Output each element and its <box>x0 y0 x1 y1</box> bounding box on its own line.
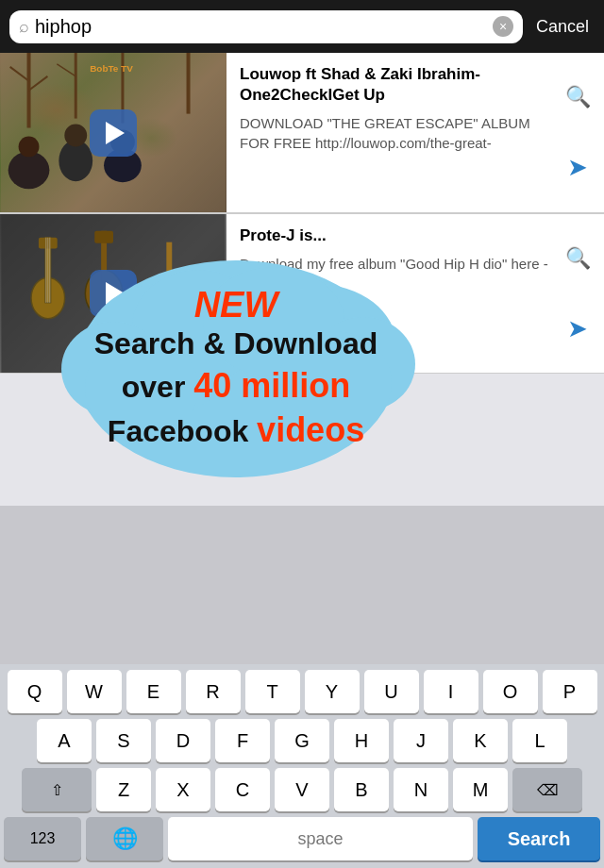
promo-40m: 40 million <box>193 366 350 405</box>
key-B[interactable]: B <box>334 768 389 811</box>
promo-videos: videos <box>257 410 364 449</box>
key-Y[interactable]: Y <box>305 670 360 713</box>
keyboard-bottom-row: 123 🌐 space Search <box>4 817 600 860</box>
key-shift[interactable]: ⇧ <box>22 768 92 811</box>
search-input[interactable] <box>35 16 487 38</box>
key-A[interactable]: A <box>37 719 92 762</box>
key-delete[interactable]: ⌫ <box>512 768 582 811</box>
cancel-button[interactable]: Cancel <box>530 13 595 41</box>
keyboard-row-3: ⇧ Z X C V B N M ⌫ <box>4 768 600 811</box>
key-R[interactable]: R <box>186 670 241 713</box>
clear-button[interactable]: × <box>493 16 513 37</box>
svg-point-9 <box>64 125 87 147</box>
play-button-1[interactable] <box>90 109 137 157</box>
promo-line2: over 40 million <box>122 364 351 409</box>
search-result-icon-1: 🔍 <box>565 85 591 109</box>
share-action-2[interactable]: ➤ <box>561 311 595 345</box>
key-D[interactable]: D <box>156 719 210 762</box>
key-E[interactable]: E <box>126 670 181 713</box>
promo-overlay: NEW Search & Download over 40 million Fa… <box>38 223 434 506</box>
key-W[interactable]: W <box>67 670 122 713</box>
key-P[interactable]: P <box>543 670 597 713</box>
results-area: BobTe TV Louwop ft Shad & Zaki Ibrahim- … <box>0 53 604 506</box>
promo-text: NEW Search & Download over 40 million Fa… <box>38 223 434 506</box>
key-X[interactable]: X <box>156 768 210 811</box>
result-actions-1: 🔍 ➤ <box>561 53 595 212</box>
result-row-1: BobTe TV Louwop ft Shad & Zaki Ibrahim- … <box>0 53 604 213</box>
share-icon-1: ➤ <box>567 153 588 182</box>
result-info-1: Louwop ft Shad & Zaki Ibrahim- One2Check… <box>226 53 604 212</box>
search-action-1[interactable]: 🔍 <box>561 80 595 114</box>
search-button[interactable]: Search <box>478 817 600 860</box>
result-title-1: Louwop ft Shad & Zaki Ibrahim- One2Check… <box>240 64 591 106</box>
search-icon: ⌕ <box>19 17 29 37</box>
keyboard-row-1: Q W E R T Y U I O P <box>4 670 600 713</box>
svg-point-13 <box>19 136 40 157</box>
share-action-1[interactable]: ➤ <box>561 151 595 185</box>
key-globe[interactable]: 🌐 <box>86 817 163 860</box>
search-result-icon-2: 🔍 <box>565 246 591 271</box>
key-C[interactable]: C <box>215 768 270 811</box>
key-N[interactable]: N <box>394 768 448 811</box>
key-H[interactable]: H <box>334 719 389 762</box>
key-Z[interactable]: Z <box>96 768 151 811</box>
key-I[interactable]: I <box>424 670 478 713</box>
key-J[interactable]: J <box>394 719 448 762</box>
video-thumb-1[interactable]: BobTe TV <box>0 53 226 212</box>
keyboard-row-2: A S D F G H J K L <box>4 719 600 762</box>
key-K[interactable]: K <box>453 719 508 762</box>
promo-line3: Facebook videos <box>108 409 364 453</box>
key-M[interactable]: M <box>453 768 508 811</box>
key-F[interactable]: F <box>215 719 270 762</box>
key-O[interactable]: O <box>483 670 538 713</box>
key-numbers[interactable]: 123 <box>4 817 81 860</box>
key-L[interactable]: L <box>512 719 567 762</box>
svg-text:BobTe TV: BobTe TV <box>90 63 133 74</box>
key-U[interactable]: U <box>364 670 419 713</box>
key-S[interactable]: S <box>96 719 151 762</box>
key-space[interactable]: space <box>168 817 473 860</box>
search-action-2[interactable]: 🔍 <box>561 242 595 275</box>
key-G[interactable]: G <box>275 719 329 762</box>
keyboard: Q W E R T Y U I O P A S D F G H J K L ⇧ … <box>0 664 604 868</box>
share-icon-2: ➤ <box>567 314 588 343</box>
key-V[interactable]: V <box>275 768 329 811</box>
result-desc-1: DOWNLOAD "THE GREAT ESCAPE" ALBUM FOR FR… <box>240 113 591 153</box>
promo-line1: Search & Download <box>94 325 378 364</box>
result-actions-2: 🔍 ➤ <box>561 214 595 373</box>
key-T[interactable]: T <box>245 670 300 713</box>
search-input-wrap: ⌕ × <box>9 10 523 43</box>
key-Q[interactable]: Q <box>8 670 62 713</box>
search-bar: ⌕ × Cancel <box>0 0 604 53</box>
promo-new-label: NEW <box>194 286 278 326</box>
